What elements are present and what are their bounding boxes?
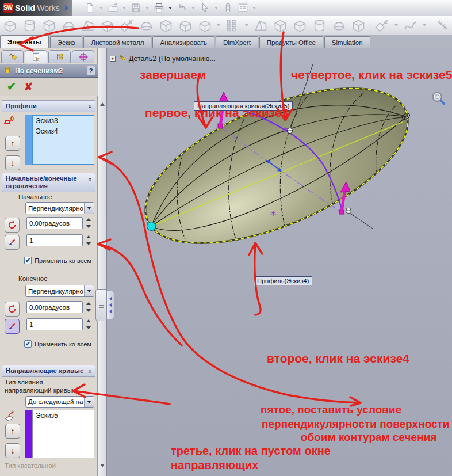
start-tangent-spinner[interactable]: [85, 234, 92, 246]
save-dropdown-icon[interactable]: [145, 7, 149, 9]
end-angle-spinner[interactable]: [85, 301, 92, 313]
start-angle-input[interactable]: [26, 217, 83, 229]
draft-icon[interactable]: [252, 17, 270, 34]
tangent-type-label: Тип касательной: [5, 462, 56, 469]
end-angle-input[interactable]: [26, 301, 83, 313]
swept-boss-icon[interactable]: [40, 17, 58, 34]
end-constraint-dropdown[interactable]: Перпендикулярно: [25, 285, 94, 297]
boundary-boss-icon[interactable]: [79, 17, 97, 34]
print-dropdown-icon[interactable]: [168, 7, 172, 9]
guide-curves-section-header[interactable]: Направляющие кривые«: [2, 365, 95, 377]
move-guide-up-button[interactable]: ↑: [5, 424, 20, 439]
end-tangent-spinner[interactable]: [85, 318, 92, 330]
open-icon[interactable]: [106, 2, 120, 14]
scroll-down-icon[interactable]: [100, 464, 105, 467]
rib-icon[interactable]: [291, 17, 309, 34]
guides-listbox[interactable]: Эскиз5: [32, 410, 94, 458]
toolbar-separator: [431, 18, 431, 33]
influence-type-dropdown[interactable]: До следующей на: [25, 396, 94, 408]
new-document-icon[interactable]: [83, 2, 97, 14]
linear-pattern-icon[interactable]: [224, 17, 242, 34]
help-button[interactable]: ?: [87, 66, 95, 75]
end-tangent-length-input[interactable]: [26, 318, 83, 330]
end-tangent-length-icon[interactable]: [5, 319, 20, 334]
start-tangent-length-input[interactable]: [26, 234, 83, 246]
dropdown-arrow-icon[interactable]: [84, 203, 94, 214]
move-profile-up-button[interactable]: ↑: [5, 136, 20, 151]
collapse-chevron-icon[interactable]: «: [86, 177, 93, 181]
cancel-button[interactable]: ✘: [24, 81, 33, 93]
end-draft-angle-icon: [5, 302, 20, 317]
tab-simulation[interactable]: Simulation: [324, 36, 370, 48]
feature-tree-root[interactable]: + Деталь2 (По умолчанию...: [110, 54, 216, 63]
refgeo-dropdown-icon[interactable]: [394, 24, 398, 26]
view-orientation-icon[interactable]: [221, 2, 235, 14]
undo-icon[interactable]: [175, 2, 189, 14]
move-guide-down-button[interactable]: ↓: [5, 443, 20, 458]
end-apply-all-checkbox[interactable]: ✔: [24, 340, 32, 348]
shell-icon[interactable]: [271, 17, 289, 34]
tab-evaluate[interactable]: Анализировать: [152, 36, 214, 48]
configuration-manager-tab[interactable]: [48, 50, 71, 63]
dome-icon[interactable]: [311, 17, 328, 34]
collapse-chevron-icon[interactable]: «: [86, 370, 93, 373]
tab-sketch[interactable]: Эскиз: [50, 36, 83, 48]
profiles-listbox[interactable]: Эскиз3 Эскиз4: [32, 115, 94, 165]
instant3d-measure-icon[interactable]: [434, 17, 452, 34]
extruded-cut-icon[interactable]: [98, 17, 116, 34]
curves-dropdown-icon[interactable]: [423, 24, 426, 26]
manager-tab-strip: [1, 50, 94, 63]
print-icon[interactable]: [152, 2, 166, 14]
dimxpert-manager-tab[interactable]: [72, 50, 94, 63]
tree-expand-icon[interactable]: +: [110, 56, 116, 62]
annotation-fifth-1: пятое, поставить условие: [261, 403, 401, 416]
display-dropdown-icon[interactable]: [252, 7, 256, 9]
collapse-chevron-icon[interactable]: «: [86, 105, 93, 108]
lofted-boss-icon[interactable]: [60, 17, 78, 34]
save-icon[interactable]: [129, 2, 143, 14]
panel-collapse-handle[interactable]: [107, 291, 114, 319]
start-angle-spinner[interactable]: [85, 217, 92, 229]
move-profile-down-button[interactable]: ↓: [5, 155, 20, 170]
constraints-section-header[interactable]: Начальные/конечныеограничения «: [2, 173, 95, 192]
tab-elements[interactable]: Элементы: [0, 35, 49, 48]
spline-curves-icon[interactable]: [401, 17, 419, 34]
select-dropdown-icon[interactable]: [214, 7, 218, 9]
display-options-icon[interactable]: [236, 2, 250, 14]
select-cursor-icon[interactable]: [198, 2, 212, 14]
menu-expand-icon[interactable]: [65, 5, 68, 11]
undo-dropdown-icon[interactable]: [191, 7, 195, 9]
mirror-icon[interactable]: [330, 17, 348, 34]
start-apply-all-checkbox[interactable]: ✔: [24, 257, 32, 264]
scroll-up-icon[interactable]: [100, 102, 105, 106]
dropdown-arrow-icon[interactable]: [84, 285, 94, 296]
guide-list-item[interactable]: Эскиз5: [33, 410, 94, 421]
tab-dimxpert[interactable]: DimXpert: [216, 36, 258, 48]
revolved-cut-icon[interactable]: [137, 17, 155, 34]
revolved-boss-icon[interactable]: [21, 17, 39, 34]
lofted-cut-icon[interactable]: [177, 17, 194, 34]
start-constraint-dropdown[interactable]: Перпендикулярно: [25, 202, 94, 214]
feature-manager-tab[interactable]: [1, 50, 24, 63]
wrap-icon[interactable]: [350, 17, 367, 34]
new-dropdown-icon[interactable]: [99, 7, 103, 9]
tab-office-products[interactable]: Продукты Office: [259, 36, 323, 48]
tab-sheet-metal[interactable]: Листовой металл: [83, 36, 151, 48]
extruded-boss-icon[interactable]: [1, 17, 19, 34]
profile-list-item[interactable]: Эскиз3: [33, 116, 94, 126]
panel-splitter-handle[interactable]: [95, 289, 107, 321]
reference-geometry-icon[interactable]: [373, 17, 391, 34]
ok-button[interactable]: ✔: [7, 80, 16, 93]
panel-scrollbar[interactable]: [98, 48, 107, 476]
hole-wizard-icon[interactable]: [118, 17, 136, 34]
fillet-dropdown-icon[interactable]: [217, 24, 220, 26]
pattern-dropdown-icon[interactable]: [245, 24, 248, 26]
magnifier-icon[interactable]: [430, 43, 446, 61]
property-manager-tab[interactable]: [25, 50, 47, 63]
profile-list-item[interactable]: Эскиз4: [33, 126, 94, 136]
open-dropdown-icon[interactable]: [122, 7, 126, 9]
fillet-icon[interactable]: [196, 17, 214, 34]
dropdown-arrow-icon[interactable]: [84, 397, 94, 407]
profiles-section-header[interactable]: Профили«: [2, 100, 95, 112]
swept-cut-icon[interactable]: [157, 17, 175, 34]
